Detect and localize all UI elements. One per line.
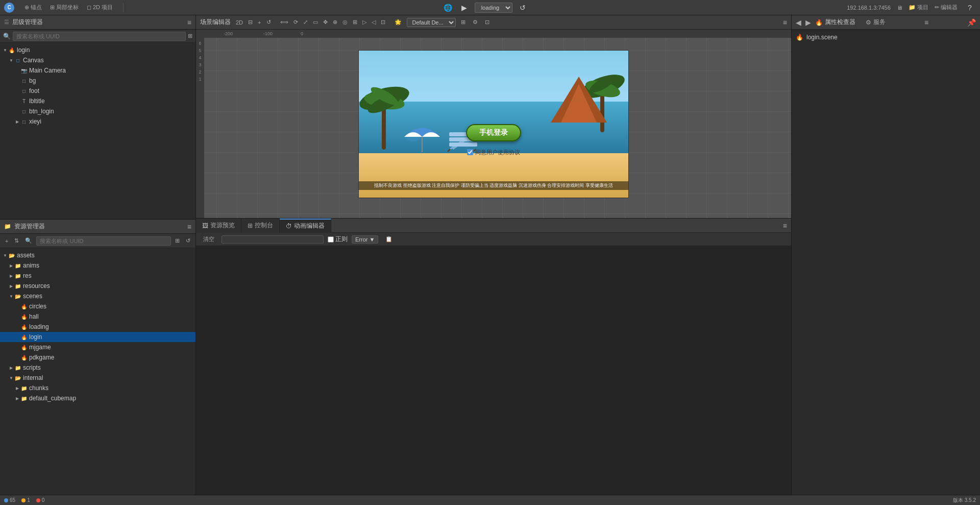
refresh-btn[interactable]: ↺	[517, 2, 529, 14]
bottom-menu-btn[interactable]: ≡	[783, 222, 791, 230]
arrow-login[interactable]: ▼	[2, 47, 8, 53]
folder-icon-internal: 📂	[14, 374, 21, 381]
extra-scene-btn1[interactable]: ⊞	[459, 18, 468, 27]
asset-item-circles[interactable]: ▶ 🔥 circles	[0, 301, 195, 311]
arrow-assets[interactable]: ▼	[2, 252, 8, 258]
right-pin-btn[interactable]: 📌	[967, 18, 976, 27]
asset-add-btn[interactable]: +	[3, 237, 10, 245]
agreement-checkbox[interactable]	[467, 149, 473, 155]
extra-tool2[interactable]: ◎	[340, 18, 350, 27]
nav-back-btn[interactable]: ◀	[796, 18, 801, 27]
gizmo-btn[interactable]: 🌟	[393, 18, 404, 27]
asset-item-default-cubemap[interactable]: ▶ 📁 default_cubemap	[0, 393, 195, 403]
toolbar-icons: ⊕ 锚点 ⊞ 局部坐标 ◻ 2D 项目	[22, 3, 115, 12]
node-label-canvas: Canvas	[23, 57, 44, 64]
tree-item-foot[interactable]: ▶ □ foot	[0, 86, 195, 96]
tree-item-bg[interactable]: ▶ □ bg	[0, 76, 195, 86]
asset-item-pdkgame[interactable]: ▶ 🔥 pdkgame	[0, 352, 195, 363]
hierarchy-filter-btn[interactable]: ⊞	[188, 33, 192, 39]
transform-tool[interactable]: ✥	[321, 18, 330, 27]
asset-menu-btn[interactable]: ≡	[187, 223, 191, 231]
globe-btn[interactable]: 🌐	[442, 2, 454, 14]
help-btn[interactable]: ?	[964, 2, 976, 14]
default-display-select[interactable]: Default De...	[407, 18, 456, 27]
extra-tool5[interactable]: ◁	[370, 18, 378, 27]
clear-btn[interactable]: 清空	[200, 235, 217, 244]
asset-item-scripts[interactable]: ▶ 📁 scripts	[0, 363, 195, 373]
btnlogin-icon: □	[20, 108, 28, 115]
right-menu-btn[interactable]: ≡	[924, 18, 928, 27]
asset-item-internal[interactable]: ▼ 📂 internal	[0, 373, 195, 383]
rect-tool[interactable]: ▭	[311, 18, 320, 27]
arrow-resources[interactable]: ▶	[8, 283, 14, 289]
asset-item-anims[interactable]: ▶ 📁 anims	[0, 260, 195, 271]
error-dropdown[interactable]: Error ▼	[352, 235, 378, 244]
center-toolbar: 🌐 ▶ loading ↺	[442, 2, 529, 14]
arrow-default-cubemap[interactable]: ▶	[14, 395, 20, 401]
regex-checkbox[interactable]	[328, 236, 334, 243]
arrow-xieyi[interactable]: ▶	[14, 118, 20, 125]
extra-tool4[interactable]: ▷	[360, 18, 369, 27]
arrow-res[interactable]: ▶	[8, 273, 14, 279]
scene-refresh[interactable]: ↺	[264, 18, 273, 27]
tab-asset-preview[interactable]: 🖼 资源预览	[196, 219, 241, 233]
arrow-scenes[interactable]: ▼	[8, 293, 14, 299]
extra-scene-btn3[interactable]: ⊡	[483, 18, 492, 27]
scene-view[interactable]: -200 -100 0 6 5 4 3 2 1	[196, 30, 791, 218]
asset-filter-btn[interactable]: ⊞	[173, 237, 182, 245]
ruler-100: 1	[199, 76, 201, 83]
asset-search-input[interactable]	[36, 236, 171, 246]
scale-tool[interactable]: ⤢	[301, 18, 310, 27]
asset-item-loading[interactable]: ▶ 🔥 loading	[0, 322, 195, 332]
label-anims: anims	[23, 262, 39, 269]
tab-console[interactable]: ⊞ 控制台	[241, 219, 280, 233]
login-btn[interactable]: 手机登录	[466, 124, 521, 141]
arrow-anims[interactable]: ▶	[8, 262, 14, 269]
asset-item-login[interactable]: ▶ 🔥 login	[0, 332, 195, 342]
scene-zoom-fit[interactable]: ⊟	[246, 18, 255, 27]
tree-item-lbltitle[interactable]: ▶ T lbltitle	[0, 96, 195, 106]
arrow-internal[interactable]: ▼	[8, 375, 14, 381]
arrow-canvas[interactable]: ▼	[8, 57, 14, 63]
asset-item-chunks[interactable]: ▶ 📁 chunks	[0, 383, 195, 393]
local-coord-btn[interactable]: ⊞ 局部坐标	[48, 3, 81, 12]
property-inspector-tab[interactable]: 🔥 属性检查器	[815, 18, 855, 27]
move-tool[interactable]: ⟺	[278, 18, 290, 27]
asset-item-assets[interactable]: ▼ 📂 assets	[0, 250, 195, 260]
service-tab[interactable]: ⚙ 服务	[866, 18, 886, 27]
tree-item-main-camera[interactable]: ▶ 📷 Main Camera	[0, 65, 195, 76]
asset-item-res[interactable]: ▶ 📁 res	[0, 271, 195, 281]
scene-zoom-in[interactable]: +	[256, 18, 263, 27]
asset-item-resources[interactable]: ▶ 📁 resources	[0, 281, 195, 291]
console-copy-btn[interactable]: 📋	[382, 235, 396, 243]
asset-item-hall[interactable]: ▶ 🔥 hall	[0, 311, 195, 322]
hierarchy-search-input[interactable]	[13, 32, 186, 41]
asset-item-scenes[interactable]: ▼ 📂 scenes	[0, 291, 195, 301]
scene-2d-btn[interactable]: 2D	[234, 18, 245, 27]
tab-animation[interactable]: ⏱ 动画编辑器	[280, 219, 331, 233]
extra-tool1[interactable]: ⊕	[331, 18, 339, 27]
play-btn[interactable]: ▶	[458, 2, 471, 14]
anchor-btn[interactable]: ⊕ 锚点	[22, 3, 44, 12]
extra-tool6[interactable]: ⊡	[379, 18, 387, 27]
2d-project-btn[interactable]: ◻ 2D 项目	[85, 3, 115, 12]
asset-search-btn[interactable]: 🔍	[23, 237, 34, 245]
asset-item-mjgame[interactable]: ▶ 🔥 mjgame	[0, 342, 195, 352]
extra-tool3[interactable]: ⊞	[351, 18, 359, 27]
rotate-tool[interactable]: ⟳	[291, 18, 300, 27]
tree-item-canvas[interactable]: ▼ □ Canvas	[0, 55, 195, 65]
asset-sort-btn[interactable]: ⇅	[12, 237, 21, 245]
extra-scene-btn2[interactable]: ⚙	[471, 18, 480, 27]
error-dot	[36, 498, 40, 502]
arrow-chunks[interactable]: ▶	[14, 385, 20, 391]
asset-refresh-btn[interactable]: ↺	[184, 237, 192, 245]
tree-item-xieyi[interactable]: ▶ □ xieyi	[0, 116, 195, 127]
tree-item-login-root[interactable]: ▼ 🔥 login	[0, 45, 195, 55]
hierarchy-menu-btn[interactable]: ≡	[187, 18, 191, 27]
scene-menu-btn[interactable]: ≡	[783, 18, 787, 27]
scene-select[interactable]: loading	[475, 3, 512, 13]
tree-item-btn-login[interactable]: ▶ □ btn_login	[0, 106, 195, 116]
nav-forward-btn[interactable]: ▶	[805, 18, 811, 27]
console-search-input[interactable]	[222, 235, 324, 244]
arrow-scripts[interactable]: ▶	[8, 365, 14, 371]
